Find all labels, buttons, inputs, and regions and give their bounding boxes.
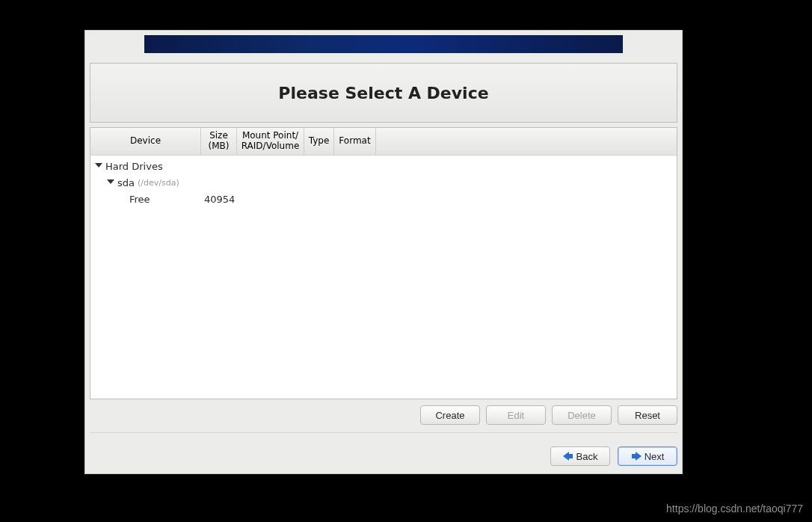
- tree-row-sda[interactable]: sda (/dev/sda): [90, 175, 677, 191]
- device-tree[interactable]: Hard Drives sda (/dev/sda) Free 40954: [90, 156, 677, 399]
- next-button[interactable]: Next: [618, 446, 677, 466]
- col-header-mount[interactable]: Mount Point/ RAID/Volume: [237, 128, 304, 155]
- action-row: Create Edit Delete Reset: [90, 405, 677, 433]
- watermark: https://blog.csdn.net/taoqi777: [666, 503, 803, 515]
- reset-button[interactable]: Reset: [618, 405, 677, 425]
- col-header-type[interactable]: Type: [304, 128, 334, 155]
- tree-row-hard-drives[interactable]: Hard Drives: [90, 159, 677, 175]
- col-header-size[interactable]: Size (MB): [201, 128, 237, 155]
- back-button[interactable]: Back: [550, 446, 610, 466]
- col-header-device[interactable]: Device: [90, 128, 201, 155]
- arrow-left-icon: [563, 452, 573, 461]
- delete-button[interactable]: Delete: [552, 405, 612, 425]
- back-label: Back: [576, 451, 598, 462]
- tree-row-free[interactable]: Free 40954: [90, 191, 677, 208]
- chevron-down-icon[interactable]: [107, 179, 114, 187]
- device-panel: Device Size (MB) Mount Point/ RAID/Volum…: [90, 127, 677, 399]
- installer-window: Please Select A Device Device Size (MB) …: [84, 30, 683, 474]
- free-size: 40954: [201, 194, 237, 205]
- title-panel: Please Select A Device: [90, 63, 677, 123]
- banner-area: [85, 31, 682, 58]
- arrow-right-icon: [631, 452, 642, 461]
- next-label: Next: [645, 451, 665, 462]
- device-table-header: Device Size (MB) Mount Point/ RAID/Volum…: [90, 128, 677, 156]
- page-title: Please Select A Device: [278, 84, 488, 102]
- tree-label: Free: [129, 194, 150, 205]
- tree-label: sda: [117, 177, 135, 188]
- tree-label: Hard Drives: [105, 161, 163, 172]
- device-path: (/dev/sda): [138, 178, 179, 188]
- create-button[interactable]: Create: [420, 405, 480, 425]
- banner-image: [144, 35, 623, 53]
- chevron-down-icon[interactable]: [95, 163, 102, 171]
- col-header-format[interactable]: Format: [334, 128, 376, 155]
- edit-button[interactable]: Edit: [486, 405, 546, 425]
- nav-row: Back Next: [90, 446, 677, 466]
